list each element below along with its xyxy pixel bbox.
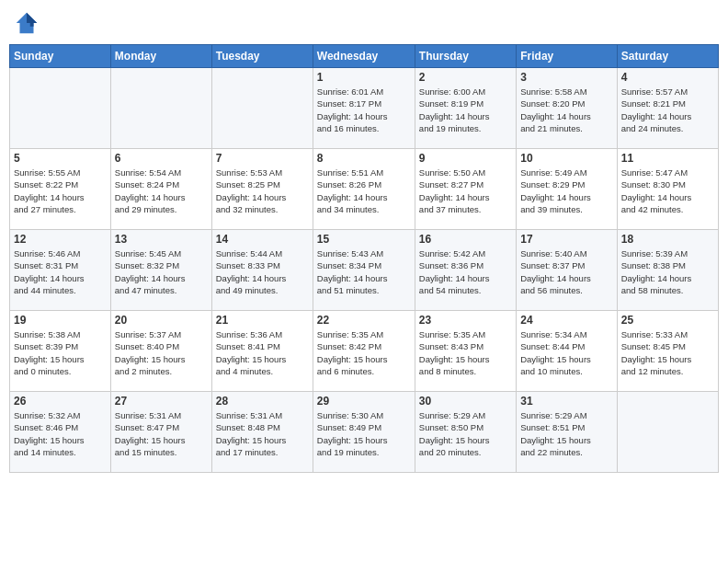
- day-number: 8: [317, 152, 411, 165]
- page-header: [9, 9, 719, 37]
- day-info: Sunrise: 5:42 AM Sunset: 8:36 PM Dayligh…: [419, 247, 512, 296]
- day-number: 20: [115, 314, 208, 327]
- day-info: Sunrise: 5:30 AM Sunset: 8:49 PM Dayligh…: [317, 409, 411, 458]
- calendar-table: SundayMondayTuesdayWednesdayThursdayFrid…: [9, 44, 719, 473]
- logo-icon: [13, 9, 40, 37]
- day-info: Sunrise: 5:33 AM Sunset: 8:45 PM Dayligh…: [621, 328, 714, 377]
- day-info: Sunrise: 5:35 AM Sunset: 8:43 PM Dayligh…: [419, 328, 512, 377]
- calendar-cell: 29Sunrise: 5:30 AM Sunset: 8:49 PM Dayli…: [313, 392, 415, 473]
- calendar-week-row: 1Sunrise: 6:01 AM Sunset: 8:17 PM Daylig…: [10, 68, 719, 149]
- calendar-cell: 13Sunrise: 5:45 AM Sunset: 8:32 PM Dayli…: [110, 230, 211, 311]
- column-header-tuesday: Tuesday: [211, 45, 313, 68]
- calendar-cell: 3Sunrise: 5:58 AM Sunset: 8:20 PM Daylig…: [517, 68, 617, 149]
- calendar-cell: 24Sunrise: 5:34 AM Sunset: 8:44 PM Dayli…: [517, 311, 617, 392]
- day-info: Sunrise: 5:49 AM Sunset: 8:29 PM Dayligh…: [520, 167, 612, 215]
- calendar-cell: 9Sunrise: 5:50 AM Sunset: 8:27 PM Daylig…: [415, 149, 516, 230]
- day-number: 28: [216, 395, 309, 408]
- day-number: 21: [216, 314, 309, 327]
- calendar-cell: 28Sunrise: 5:31 AM Sunset: 8:48 PM Dayli…: [211, 392, 313, 473]
- column-header-monday: Monday: [110, 45, 211, 68]
- calendar-cell: [617, 392, 718, 473]
- calendar-cell: 30Sunrise: 5:29 AM Sunset: 8:50 PM Dayli…: [415, 392, 516, 473]
- day-number: 13: [115, 233, 208, 246]
- calendar-cell: 27Sunrise: 5:31 AM Sunset: 8:47 PM Dayli…: [110, 392, 211, 473]
- calendar-cell: 10Sunrise: 5:49 AM Sunset: 8:29 PM Dayli…: [517, 149, 617, 230]
- calendar-cell: 11Sunrise: 5:47 AM Sunset: 8:30 PM Dayli…: [617, 149, 718, 230]
- calendar-cell: 25Sunrise: 5:33 AM Sunset: 8:45 PM Dayli…: [617, 311, 718, 392]
- day-info: Sunrise: 6:00 AM Sunset: 8:19 PM Dayligh…: [419, 86, 512, 134]
- calendar-cell: 5Sunrise: 5:55 AM Sunset: 8:22 PM Daylig…: [10, 149, 111, 230]
- day-number: 18: [621, 233, 714, 246]
- calendar-cell: 26Sunrise: 5:32 AM Sunset: 8:46 PM Dayli…: [10, 392, 111, 473]
- calendar-cell: 1Sunrise: 6:01 AM Sunset: 8:17 PM Daylig…: [313, 68, 415, 149]
- calendar-cell: 15Sunrise: 5:43 AM Sunset: 8:34 PM Dayli…: [313, 230, 415, 311]
- calendar-cell: 18Sunrise: 5:39 AM Sunset: 8:38 PM Dayli…: [617, 230, 718, 311]
- day-number: 7: [216, 152, 309, 165]
- day-info: Sunrise: 5:46 AM Sunset: 8:31 PM Dayligh…: [14, 247, 107, 296]
- day-number: 12: [14, 233, 107, 246]
- day-number: 11: [621, 152, 714, 165]
- day-info: Sunrise: 5:29 AM Sunset: 8:51 PM Dayligh…: [520, 409, 612, 458]
- day-number: 29: [317, 395, 411, 408]
- day-info: Sunrise: 5:29 AM Sunset: 8:50 PM Dayligh…: [419, 409, 512, 458]
- day-number: 31: [520, 395, 612, 408]
- calendar-cell: 2Sunrise: 6:00 AM Sunset: 8:19 PM Daylig…: [415, 68, 516, 149]
- day-number: 3: [520, 71, 612, 84]
- day-number: 23: [419, 314, 512, 327]
- day-info: Sunrise: 5:53 AM Sunset: 8:25 PM Dayligh…: [216, 167, 309, 215]
- calendar-cell: 16Sunrise: 5:42 AM Sunset: 8:36 PM Dayli…: [415, 230, 516, 311]
- day-info: Sunrise: 5:31 AM Sunset: 8:48 PM Dayligh…: [216, 409, 309, 458]
- calendar-cell: 17Sunrise: 5:40 AM Sunset: 8:37 PM Dayli…: [517, 230, 617, 311]
- day-info: Sunrise: 5:44 AM Sunset: 8:33 PM Dayligh…: [216, 247, 309, 296]
- day-number: 24: [520, 314, 612, 327]
- calendar-cell: 7Sunrise: 5:53 AM Sunset: 8:25 PM Daylig…: [211, 149, 313, 230]
- day-info: Sunrise: 5:55 AM Sunset: 8:22 PM Dayligh…: [14, 167, 107, 215]
- day-info: Sunrise: 5:36 AM Sunset: 8:41 PM Dayligh…: [216, 328, 309, 377]
- calendar-cell: 12Sunrise: 5:46 AM Sunset: 8:31 PM Dayli…: [10, 230, 111, 311]
- day-number: 10: [520, 152, 612, 165]
- day-number: 17: [520, 233, 612, 246]
- day-info: Sunrise: 5:47 AM Sunset: 8:30 PM Dayligh…: [621, 167, 714, 215]
- day-number: 22: [317, 314, 411, 327]
- calendar-cell: 19Sunrise: 5:38 AM Sunset: 8:39 PM Dayli…: [10, 311, 111, 392]
- day-info: Sunrise: 5:43 AM Sunset: 8:34 PM Dayligh…: [317, 247, 411, 296]
- day-number: 4: [621, 71, 714, 84]
- day-number: 15: [317, 233, 411, 246]
- day-info: Sunrise: 5:58 AM Sunset: 8:20 PM Dayligh…: [520, 86, 612, 134]
- calendar-week-row: 12Sunrise: 5:46 AM Sunset: 8:31 PM Dayli…: [10, 230, 719, 311]
- day-info: Sunrise: 5:54 AM Sunset: 8:24 PM Dayligh…: [115, 167, 208, 215]
- day-info: Sunrise: 5:37 AM Sunset: 8:40 PM Dayligh…: [115, 328, 208, 377]
- column-header-friday: Friday: [517, 45, 617, 68]
- day-info: Sunrise: 5:34 AM Sunset: 8:44 PM Dayligh…: [520, 328, 612, 377]
- logo: [13, 9, 42, 37]
- day-number: 16: [419, 233, 512, 246]
- day-info: Sunrise: 5:31 AM Sunset: 8:47 PM Dayligh…: [115, 409, 208, 458]
- day-number: 19: [14, 314, 107, 327]
- day-number: 30: [419, 395, 512, 408]
- day-number: 9: [419, 152, 512, 165]
- calendar-week-row: 19Sunrise: 5:38 AM Sunset: 8:39 PM Dayli…: [10, 311, 719, 392]
- day-number: 6: [115, 152, 208, 165]
- calendar-cell: [110, 68, 211, 149]
- calendar-week-row: 26Sunrise: 5:32 AM Sunset: 8:46 PM Dayli…: [10, 392, 719, 473]
- day-number: 25: [621, 314, 714, 327]
- day-info: Sunrise: 5:40 AM Sunset: 8:37 PM Dayligh…: [520, 247, 612, 296]
- column-header-saturday: Saturday: [617, 45, 718, 68]
- calendar-cell: 6Sunrise: 5:54 AM Sunset: 8:24 PM Daylig…: [110, 149, 211, 230]
- day-info: Sunrise: 5:32 AM Sunset: 8:46 PM Dayligh…: [14, 409, 107, 458]
- day-info: Sunrise: 5:38 AM Sunset: 8:39 PM Dayligh…: [14, 328, 107, 377]
- calendar-cell: [10, 68, 111, 149]
- day-number: 27: [115, 395, 208, 408]
- day-number: 1: [317, 71, 411, 84]
- day-number: 2: [419, 71, 512, 84]
- column-header-wednesday: Wednesday: [313, 45, 415, 68]
- day-info: Sunrise: 5:35 AM Sunset: 8:42 PM Dayligh…: [317, 328, 411, 377]
- calendar-cell: 22Sunrise: 5:35 AM Sunset: 8:42 PM Dayli…: [313, 311, 415, 392]
- day-info: Sunrise: 5:39 AM Sunset: 8:38 PM Dayligh…: [621, 247, 714, 296]
- day-number: 14: [216, 233, 309, 246]
- day-info: Sunrise: 5:51 AM Sunset: 8:26 PM Dayligh…: [317, 167, 411, 215]
- day-info: Sunrise: 6:01 AM Sunset: 8:17 PM Dayligh…: [317, 86, 411, 134]
- day-info: Sunrise: 5:45 AM Sunset: 8:32 PM Dayligh…: [115, 247, 208, 296]
- column-header-thursday: Thursday: [415, 45, 516, 68]
- calendar-week-row: 5Sunrise: 5:55 AM Sunset: 8:22 PM Daylig…: [10, 149, 719, 230]
